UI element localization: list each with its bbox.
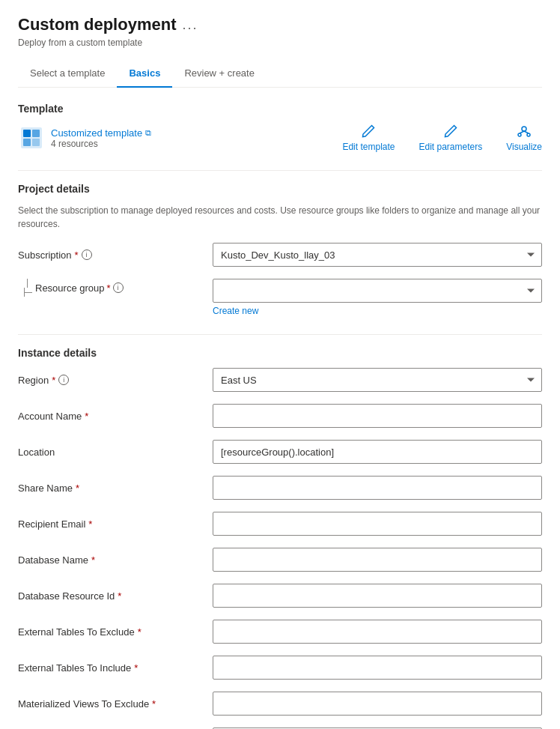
account-name-required: * bbox=[85, 411, 88, 422]
svg-rect-2 bbox=[32, 130, 40, 137]
svg-line-8 bbox=[520, 131, 524, 133]
database-name-input[interactable] bbox=[213, 548, 542, 572]
region-info-icon[interactable]: i bbox=[58, 375, 69, 385]
share-name-control bbox=[213, 476, 542, 500]
template-name-link[interactable]: Customized template ⧉ bbox=[51, 127, 151, 139]
resource-group-row: Resource group * i Create new bbox=[18, 279, 542, 316]
subscription-label: Subscription * i bbox=[18, 249, 213, 261]
external-tables-exclude-row: External Tables To Exclude * bbox=[18, 620, 542, 644]
external-tables-include-control bbox=[213, 656, 542, 680]
region-row: Region * i East US West US East US 2 Wes… bbox=[18, 368, 542, 392]
subscription-row: Subscription * i Kusto_Dev_Kusto_llay_03 bbox=[18, 243, 542, 267]
svg-rect-4 bbox=[32, 139, 40, 146]
template-section-title: Template bbox=[18, 103, 542, 115]
external-tables-include-input[interactable] bbox=[213, 656, 542, 680]
account-name-label: Account Name * bbox=[18, 411, 213, 422]
divider-1 bbox=[18, 170, 542, 171]
account-name-input[interactable] bbox=[213, 404, 542, 428]
template-actions: Edit template Edit parameters Visualize bbox=[342, 124, 542, 152]
recipient-email-row: Recipient Email * bbox=[18, 512, 542, 536]
recipient-email-input[interactable] bbox=[213, 512, 542, 536]
share-name-label: Share Name * bbox=[18, 483, 213, 494]
resource-group-info-icon[interactable]: i bbox=[113, 282, 124, 293]
location-control bbox=[213, 440, 542, 464]
subscription-select-wrapper: Kusto_Dev_Kusto_llay_03 bbox=[213, 243, 542, 267]
external-tables-exclude-control bbox=[213, 620, 542, 644]
share-name-required: * bbox=[76, 483, 79, 494]
region-required: * bbox=[52, 375, 55, 386]
recipient-email-required: * bbox=[88, 518, 92, 530]
materialized-views-exclude-control bbox=[213, 692, 542, 716]
subscription-required: * bbox=[75, 249, 79, 261]
external-link-icon: ⧉ bbox=[145, 128, 151, 138]
database-resource-id-label: Database Resource Id * bbox=[18, 590, 213, 602]
location-input[interactable] bbox=[213, 440, 542, 464]
divider-2 bbox=[18, 334, 542, 335]
database-resource-id-input[interactable] bbox=[213, 584, 542, 608]
recipient-email-label: Recipient Email * bbox=[18, 518, 213, 530]
template-resources: 4 resources bbox=[51, 139, 151, 149]
subscription-select[interactable]: Kusto_Dev_Kusto_llay_03 bbox=[213, 243, 542, 267]
account-name-row: Account Name * bbox=[18, 404, 542, 428]
location-label: Location bbox=[18, 447, 213, 458]
project-details-desc: Select the subscription to manage deploy… bbox=[18, 204, 542, 231]
project-details-section: Project details Select the subscription … bbox=[18, 183, 542, 316]
region-select[interactable]: East US West US East US 2 West Europe bbox=[213, 368, 542, 392]
location-row: Location bbox=[18, 440, 542, 464]
tab-select-template[interactable]: Select a template bbox=[18, 60, 117, 88]
create-new-link[interactable]: Create new bbox=[213, 306, 542, 316]
external-tables-exclude-required: * bbox=[138, 626, 141, 638]
svg-line-9 bbox=[524, 131, 529, 133]
svg-point-6 bbox=[518, 133, 521, 136]
external-tables-include-required: * bbox=[134, 662, 138, 674]
ellipsis-menu[interactable]: ... bbox=[182, 17, 198, 33]
page-title: Custom deployment bbox=[18, 15, 176, 34]
svg-rect-3 bbox=[23, 139, 31, 146]
svg-point-5 bbox=[522, 127, 526, 131]
database-name-label: Database Name * bbox=[18, 554, 213, 566]
tabs-container: Select a template Basics Review + create bbox=[18, 60, 542, 88]
database-resource-id-row: Database Resource Id * bbox=[18, 584, 542, 608]
external-tables-include-label: External Tables To Include * bbox=[18, 662, 213, 674]
materialized-views-exclude-required: * bbox=[152, 698, 156, 710]
instance-details-title: Instance details bbox=[18, 347, 542, 359]
materialized-views-exclude-input[interactable] bbox=[213, 692, 542, 716]
external-tables-exclude-label: External Tables To Exclude * bbox=[18, 626, 213, 638]
database-name-required: * bbox=[91, 554, 95, 566]
instance-details-section: Instance details Region * i East US West… bbox=[18, 347, 542, 729]
database-name-control bbox=[213, 548, 542, 572]
page-subtitle: Deploy from a custom template bbox=[18, 37, 542, 48]
materialized-views-exclude-row: Materialized Views To Exclude * bbox=[18, 692, 542, 716]
share-name-row: Share Name * bbox=[18, 476, 542, 500]
project-details-title: Project details bbox=[18, 183, 542, 195]
materialized-views-exclude-label: Materialized Views To Exclude * bbox=[18, 698, 213, 710]
external-tables-include-row: External Tables To Include * bbox=[18, 656, 542, 680]
recipient-email-control bbox=[213, 512, 542, 536]
template-section: Template Customized template ⧉ 4 resourc… bbox=[18, 103, 542, 152]
tab-review-create[interactable]: Review + create bbox=[172, 60, 267, 88]
visualize-button[interactable]: Visualize bbox=[506, 124, 542, 152]
resource-group-select[interactable] bbox=[213, 279, 542, 303]
tab-basics[interactable]: Basics bbox=[117, 60, 172, 88]
resource-group-label: Resource group * i bbox=[35, 282, 124, 294]
edit-template-button[interactable]: Edit template bbox=[342, 124, 395, 152]
edit-parameters-button[interactable]: Edit parameters bbox=[419, 124, 482, 152]
svg-rect-1 bbox=[23, 130, 31, 137]
subscription-control: Kusto_Dev_Kusto_llay_03 bbox=[213, 243, 542, 267]
database-resource-id-required: * bbox=[118, 590, 121, 602]
external-tables-exclude-input[interactable] bbox=[213, 620, 542, 644]
region-label: Region * i bbox=[18, 375, 213, 386]
resource-group-required: * bbox=[107, 282, 111, 294]
template-icon bbox=[18, 124, 45, 151]
database-resource-id-control bbox=[213, 584, 542, 608]
database-name-row: Database Name * bbox=[18, 548, 542, 572]
svg-point-7 bbox=[527, 133, 530, 136]
account-name-control bbox=[213, 404, 542, 428]
resource-group-label-area: Resource group * i bbox=[18, 279, 213, 297]
region-control: East US West US East US 2 West Europe bbox=[213, 368, 542, 392]
resource-group-select-wrapper bbox=[213, 279, 542, 303]
subscription-info-icon[interactable]: i bbox=[82, 249, 92, 260]
share-name-input[interactable] bbox=[213, 476, 542, 500]
region-select-wrapper: East US West US East US 2 West Europe bbox=[213, 368, 542, 392]
template-info: Customized template ⧉ 4 resources bbox=[51, 127, 151, 149]
